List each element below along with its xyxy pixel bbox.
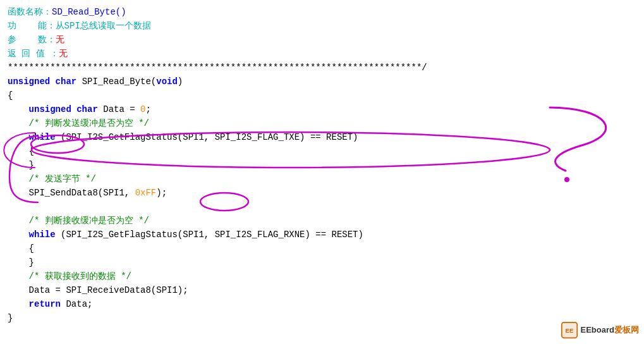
while-rx-close: } (8, 255, 636, 269)
separator: ****************************************… (8, 61, 636, 75)
while-tx: while (SPI_I2S_GetFlagStatus(SPI1, SPI_I… (8, 130, 636, 144)
comment-get-data: /* 获取接收到的数据 */ (8, 269, 636, 283)
header-func-name: 函数名称：SD_Read_Byte() (8, 5, 636, 19)
while-rx-open: { (8, 242, 636, 255)
close-brace: } (8, 311, 636, 325)
code-container: 函数名称：SD_Read_Byte() 功 能：从SPI总线读取一个数据 参 数… (0, 0, 644, 344)
header-func: 功 能：从SPI总线读取一个数据 (8, 19, 636, 33)
comment-send: /* 发送字节 */ (8, 172, 636, 186)
send-data: SPI_SendData8(SPI1, 0xFF); (8, 186, 636, 200)
while-tx-open: { (8, 144, 636, 158)
svg-text:EE: EE (565, 327, 573, 334)
comment-rx-empty: /* 判断接收缓冲是否为空 */ (8, 214, 636, 228)
watermark: EE EEboard爱板网 (561, 321, 639, 339)
return-stmt: return Data; (8, 297, 636, 311)
header-param: 参 数：无 (8, 33, 636, 47)
while-tx-close: } (8, 158, 636, 172)
comment-tx-empty: /* 判断发送缓冲是否为空 */ (8, 116, 636, 130)
receive-data: Data = SPI_ReceiveData8(SPI1); (8, 283, 636, 297)
header-return: 返 回 值 ：无 (8, 47, 636, 61)
open-brace: { (8, 89, 636, 102)
var-decl: unsigned char Data = 0; (8, 102, 636, 116)
blank-line (8, 200, 636, 214)
while-rx: while (SPI_I2S_GetFlagStatus(SPI1, SPI_I… (8, 228, 636, 242)
watermark-logo: EE (561, 321, 578, 339)
func-signature: unsigned char SPI_Read_Byte(void) (8, 75, 636, 89)
watermark-text: EEboard爱板网 (581, 324, 639, 336)
